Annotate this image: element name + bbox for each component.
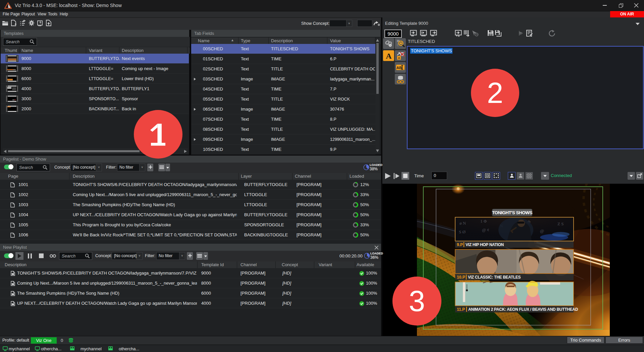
svg-text:11.P: 11.P [457,307,465,312]
svg-text:9.P: 9.P [457,242,463,247]
svg-text:A: A [398,56,400,60]
svg-text:VIZ HIP HOP NATION: VIZ HIP HOP NATION [466,242,504,247]
svg-text:@: @ [540,228,544,233]
svg-text:ANIMATION 2 PACK: AEON FLUX /: ANIMATION 2 PACK: AEON FLUX / BEAVIS AND… [468,307,578,312]
svg-text:S Ø: S Ø [459,229,466,234]
svg-text:TONIGHT'S SHOWS: TONIGHT'S SHOWS [492,210,532,215]
svg-text:A: A [386,52,392,60]
svg-text:Z S: Z S [557,221,564,226]
svg-text:1 Φ: 1 Φ [480,219,487,224]
svg-text:10.P: 10.P [457,275,465,280]
svg-text:ø N: ø N [460,221,466,226]
svg-text:@ ¢: @ ¢ [482,227,489,232]
svg-text:AB: AB [396,66,402,70]
svg-text:VIZ CLASSIC: THE BEATLES: VIZ CLASSIC: THE BEATLES [468,275,521,280]
